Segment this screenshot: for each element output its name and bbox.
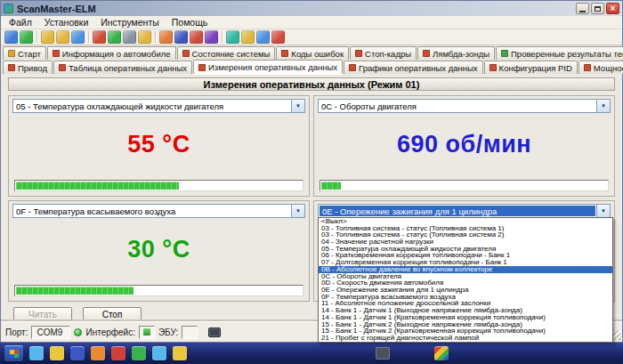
chevron-down-icon[interactable]: ▼ (596, 100, 610, 112)
menu-item[interactable]: Помощь (166, 17, 214, 28)
toolbar-icon[interactable] (56, 30, 69, 44)
dropdown-item[interactable]: 14 - Банк 1 - Датчик 1 (Выходное напряже… (319, 307, 612, 314)
toolbar-separator (88, 31, 89, 43)
taskbar-app-icon[interactable] (132, 346, 146, 360)
pid-combobox-ignition-advance[interactable]: 0E - Опережение зажигания для 1 цилиндра… (318, 204, 611, 218)
toolbar-icon[interactable] (108, 30, 121, 44)
menu-item[interactable]: Установки (38, 17, 94, 28)
toolbar-icon[interactable] (138, 30, 151, 44)
read-button[interactable]: Читать (13, 307, 72, 322)
start-button[interactable] (4, 345, 23, 361)
dropdown-item[interactable]: 0E - Опережение зажигания для 1 цилиндра (319, 287, 612, 294)
dropdown-item[interactable]: 21 - Пробег с горящей диагностической ла… (319, 335, 612, 342)
dropdown-item[interactable]: 07 - Долговременная коррекция топливопод… (319, 259, 612, 266)
port-value: COM9 (31, 326, 70, 339)
gauge-progressbar (14, 285, 303, 296)
tab-label: Коды ошибок (291, 49, 344, 59)
toolbar (1, 29, 622, 45)
toolbar-icon[interactable] (205, 30, 218, 44)
dropdown-item[interactable]: 06 - Кратковременная коррекция топливопо… (319, 253, 612, 260)
pid-combobox-engine-rpm[interactable]: 0C - Обороты двигателя ▼ (318, 99, 611, 113)
taskbar-app-icon[interactable] (111, 346, 125, 360)
toolbar-icon[interactable] (271, 30, 285, 44)
tab-power[interactable]: Мощность (578, 61, 623, 74)
taskbar-app-icon[interactable] (50, 346, 64, 360)
taskbar-app-icon[interactable] (29, 346, 44, 360)
dropdown-item[interactable]: 0B - Абсолютное давление во впускном кол… (319, 266, 612, 273)
tab-lambda-sensors[interactable]: Лямбда-зонды (417, 46, 495, 60)
gauge-progressbar (14, 180, 303, 191)
taskbar (0, 343, 623, 364)
toolbar-icon[interactable] (226, 30, 239, 44)
gauge-panel-intake-air-temp: 0F - Температура всасываемого воздуха ▼ … (8, 200, 310, 302)
maximize-button[interactable] (591, 3, 604, 14)
pid-combobox-intake-air-temp[interactable]: 0F - Температура всасываемого воздуха ▼ (12, 204, 305, 218)
pid-combobox-coolant-temp[interactable]: 05 - Температура охлаждающей жидкости дв… (12, 99, 305, 113)
dropdown-item[interactable]: 0D - Скорость движения автомобиля (319, 279, 612, 287)
toolbar-icon[interactable] (256, 30, 270, 44)
dropdown-item[interactable]: 11 - Абсолютное положение дроссельной за… (319, 301, 612, 308)
action-buttons: Читать Стоп (13, 307, 142, 322)
toolbar-icon[interactable] (123, 30, 136, 44)
tab-system-status[interactable]: Состояние системы (177, 46, 276, 60)
chevron-down-icon[interactable]: ▼ (291, 205, 304, 217)
tab-icon (349, 64, 356, 71)
dropdown-item[interactable]: 05 - Температура охлаждающей жидкости дв… (319, 246, 612, 253)
taskbar-running-apps (376, 346, 449, 360)
toolbar-icon[interactable] (174, 30, 188, 44)
menu-item[interactable]: Инструменты (94, 17, 165, 28)
dropdown-item[interactable]: 0C - Обороты двигателя (319, 273, 612, 280)
tab-live-data[interactable]: Измерения оперативных данных (193, 60, 343, 74)
taskbar-scanmaster-icon[interactable] (434, 346, 449, 360)
menu-bar: ФайлУстановкиИнструментыПомощь (1, 16, 622, 29)
toolbar-icon[interactable] (93, 30, 106, 44)
tab-data-graphs[interactable]: Графики оперативных данных (344, 61, 483, 74)
toolbar-separator (222, 31, 222, 43)
toolbar-icon[interactable] (241, 30, 255, 44)
minimize-button[interactable] (576, 3, 589, 14)
tab-data-table[interactable]: Таблица оперативных данных (53, 61, 192, 74)
tab-vehicle-info[interactable]: Информация о автомобиле (47, 46, 176, 60)
panel-header: Измерения оперативных данных (Режим 01) (8, 77, 615, 91)
pid-dropdown-list: <Выкл>03 - Топливная система - статус (Т… (318, 217, 613, 343)
chip-icon (208, 328, 221, 337)
tab-trouble-codes[interactable]: Коды ошибок (276, 46, 349, 60)
tab-test-results[interactable]: Проверенные результаты теста (496, 46, 623, 60)
close-button[interactable]: × (606, 3, 619, 14)
toolbar-icon[interactable] (20, 30, 33, 44)
taskbar-chip-icon[interactable] (376, 347, 390, 360)
tab-icon (8, 64, 15, 71)
taskbar-app-icon[interactable] (70, 346, 85, 360)
dropdown-item[interactable]: 03 - Топливная система - статус (Топливн… (319, 231, 612, 239)
toolbar-icon[interactable] (41, 30, 54, 44)
tab-label: Информация о автомобиле (62, 49, 171, 59)
progress-fill (16, 182, 179, 190)
toolbar-icon[interactable] (190, 30, 203, 44)
menu-item[interactable]: Файл (3, 17, 38, 28)
taskbar-app-icon[interactable] (152, 346, 166, 360)
dropdown-item[interactable]: 03 - Топливная система - статус (Топливн… (319, 225, 612, 232)
chevron-down-icon[interactable]: ▼ (596, 205, 610, 217)
ecu-label: ЭБУ: (158, 328, 178, 337)
tab-drive[interactable]: Привод (3, 61, 53, 74)
tab-icon (501, 50, 508, 57)
taskbar-app-icon[interactable] (173, 346, 187, 360)
tab-icon (355, 50, 362, 57)
dropdown-item[interactable]: 04 - Значение расчетной нагрузки (319, 239, 612, 246)
dropdown-item[interactable]: 15 - Банк 1 - Датчик 2 (Кратковременная … (319, 328, 612, 336)
toolbar-icon[interactable] (159, 30, 173, 44)
tab-freeze-frames[interactable]: Стоп-кадры (350, 46, 417, 60)
dropdown-item[interactable]: 0F - Температура всасываемого воздуха (319, 294, 612, 301)
dropdown-item[interactable]: <Выкл> (319, 218, 612, 225)
dropdown-item[interactable]: 14 - Банк 1 - Датчик 1 (Кратковременная … (319, 314, 612, 321)
toolbar-separator (36, 31, 37, 43)
tab-pid-config[interactable]: Конфигурация PID (484, 61, 578, 74)
chevron-down-icon[interactable]: ▼ (291, 100, 304, 112)
toolbar-icon[interactable] (4, 30, 18, 44)
tab-start[interactable]: Старт (3, 46, 46, 60)
toolbar-icon[interactable] (71, 30, 85, 44)
stop-button[interactable]: Стоп (83, 307, 142, 322)
maximize-icon (595, 6, 601, 12)
taskbar-app-icon[interactable] (91, 346, 105, 360)
dropdown-item[interactable]: 15 - Банк 1 - Датчик 2 (Выходное напряже… (319, 321, 612, 328)
